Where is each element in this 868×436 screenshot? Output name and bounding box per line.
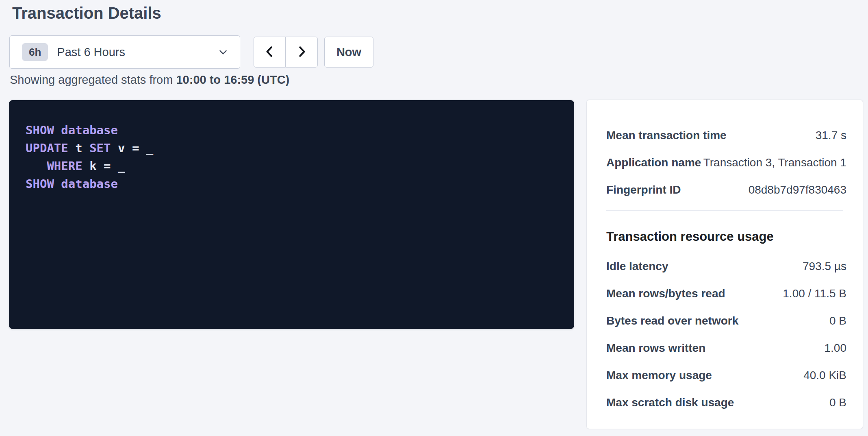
stat-row-mean-transaction-time: Mean transaction time 31.7 s xyxy=(606,129,846,142)
page-title: Transaction Details xyxy=(12,4,161,22)
stat-value: 1.00 / 11.5 B xyxy=(783,287,846,301)
stat-label: Fingerprint ID xyxy=(606,183,681,197)
time-controls: 6h Past 6 Hours xyxy=(9,35,373,69)
stat-value: 1.00 xyxy=(825,341,847,355)
sql-token: = xyxy=(104,159,118,173)
card-divider xyxy=(606,210,843,211)
sql-token: WHERE xyxy=(47,159,89,173)
sql-token: v xyxy=(118,141,132,155)
stat-value: 08d8b7d97f830463 xyxy=(749,183,846,197)
sql-token: UPDATE xyxy=(26,141,75,155)
time-range-label: Past 6 Hours xyxy=(57,46,125,59)
sql-token: _ xyxy=(118,159,125,173)
sql-token: database xyxy=(61,177,118,191)
stat-value: 0 B xyxy=(829,396,846,410)
sql-token: database xyxy=(61,123,118,137)
sql-line-2: UPDATE t SET v = _ xyxy=(26,139,558,157)
stat-row-mean-rows-written: Mean rows written 1.00 xyxy=(606,341,846,355)
stat-row-max-memory-usage: Max memory usage 40.0 KiB xyxy=(606,368,846,382)
stat-value: 31.7 s xyxy=(816,129,846,142)
sql-token: t xyxy=(75,141,89,155)
subtitle-range: 10:00 to 16:59 (UTC) xyxy=(176,73,289,86)
sql-token: k xyxy=(89,159,104,173)
resource-usage-heading: Transaction resource usage xyxy=(606,229,846,244)
stat-row-fingerprint-id: Fingerprint ID 08d8b7d97f830463 xyxy=(606,183,846,197)
stat-label: Max scratch disk usage xyxy=(606,396,734,410)
sql-line-4: SHOW database xyxy=(26,175,558,193)
chevron-right-icon xyxy=(295,45,308,60)
sql-token: _ xyxy=(146,141,153,155)
time-range-dropdown[interactable]: 6h Past 6 Hours xyxy=(9,35,240,69)
sql-line-1: SHOW database xyxy=(26,121,558,139)
stat-label: Max memory usage xyxy=(606,368,712,382)
prev-range-button[interactable] xyxy=(254,37,286,68)
stat-label: Bytes read over network xyxy=(606,314,738,328)
aggregation-subtitle: Showing aggregated stats from 10:00 to 1… xyxy=(10,73,289,87)
stat-value: 40.0 KiB xyxy=(803,368,846,382)
sql-token: = xyxy=(132,141,146,155)
sql-token: SHOW xyxy=(26,123,61,137)
stat-row-bytes-read-over-network: Bytes read over network 0 B xyxy=(606,314,846,328)
stat-value: 793.5 µs xyxy=(803,259,846,273)
stat-label: Mean rows/bytes read xyxy=(606,287,725,301)
sql-token: SHOW xyxy=(26,177,61,191)
time-range-badge: 6h xyxy=(22,43,48,61)
now-button[interactable]: Now xyxy=(324,37,373,68)
stat-row-max-scratch-disk-usage: Max scratch disk usage 0 B xyxy=(606,396,846,410)
sql-token: SET xyxy=(89,141,118,155)
stat-label: Mean rows written xyxy=(606,341,705,355)
stat-value: 0 B xyxy=(829,314,846,328)
summary-card: Mean transaction time 31.7 s Application… xyxy=(587,100,863,429)
time-range-nav-group xyxy=(254,37,318,68)
sql-statement-box: SHOW database UPDATE t SET v = _ WHERE k… xyxy=(9,100,574,329)
subtitle-prefix: Showing aggregated stats from xyxy=(10,73,176,86)
next-range-button[interactable] xyxy=(286,37,318,68)
chevron-down-icon xyxy=(217,46,229,58)
stat-label: Mean transaction time xyxy=(606,129,727,142)
stat-label: Application name xyxy=(606,156,701,170)
stat-value: Transaction 3, Transaction 1 xyxy=(703,156,846,170)
stat-label: Idle latency xyxy=(606,259,668,273)
stat-row-application-name: Application name Transaction 3, Transact… xyxy=(606,156,846,170)
chevron-left-icon xyxy=(263,45,277,60)
stat-row-mean-rows-bytes-read: Mean rows/bytes read 1.00 / 11.5 B xyxy=(606,287,846,301)
stat-row-idle-latency: Idle latency 793.5 µs xyxy=(606,259,846,273)
sql-token xyxy=(26,159,47,173)
sql-line-3: WHERE k = _ xyxy=(26,157,558,175)
